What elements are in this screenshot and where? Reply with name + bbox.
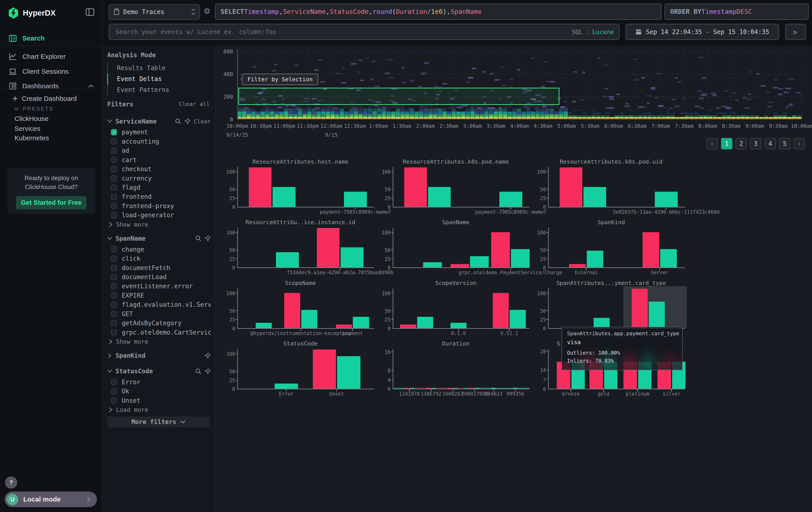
language-toggle[interactable]: SQL | Lucene [572, 28, 614, 35]
inlier-bar[interactable] [272, 187, 295, 207]
inlier-bar[interactable] [587, 251, 604, 268]
pin-icon[interactable] [184, 118, 191, 125]
inlier-bar[interactable] [491, 388, 496, 389]
inlier-bar[interactable] [470, 256, 489, 268]
analysis-mode-event-deltas[interactable]: Event Deltas [107, 74, 211, 85]
inlier-bar[interactable] [660, 249, 677, 267]
inlier-bar[interactable] [432, 388, 436, 389]
bar-group[interactable] [513, 388, 518, 389]
filter-checkbox-item[interactable]: click [107, 254, 211, 263]
filter-group-header-ServiceName[interactable]: ServiceNameClear [107, 115, 211, 128]
checkbox-unchecked[interactable] [111, 274, 117, 280]
page-button-5[interactable]: 5 [779, 138, 790, 150]
bar-group[interactable] [274, 383, 298, 389]
inlier-bar[interactable] [344, 192, 367, 207]
bar-group[interactable] [491, 232, 529, 267]
filter-checkbox-item[interactable]: grpc.oteldemo.CartServic… [107, 328, 211, 337]
checkbox-unchecked[interactable] [111, 147, 117, 154]
lucene-mode-option[interactable]: Lucene [592, 28, 614, 35]
filter-checkbox-item[interactable]: frontend-proxy [107, 201, 211, 211]
filter-group-header-SpanKind[interactable]: SpanKind [107, 350, 211, 362]
bar-group[interactable] [400, 317, 433, 328]
outlier-bar[interactable] [491, 232, 510, 267]
inlier-bar[interactable] [274, 383, 298, 389]
more-filters-button[interactable]: More filters [107, 416, 210, 427]
sidebar-item-clickhouse[interactable]: ClickHouse [0, 114, 102, 124]
outlier-bar[interactable] [470, 388, 474, 389]
bar-group[interactable] [404, 388, 415, 389]
page-button-2[interactable]: 2 [735, 138, 747, 150]
clear-all-button[interactable]: Clear all [179, 101, 210, 108]
inlier-bar[interactable] [410, 388, 414, 389]
search-icon[interactable] [175, 118, 181, 125]
filter-checkbox-item[interactable]: ad [107, 146, 211, 155]
outlier-bar[interactable] [632, 289, 648, 328]
outlier-bar[interactable] [426, 388, 431, 389]
analysis-mode-event-patterns[interactable]: Event Patterns [107, 85, 211, 96]
filter-checkbox-item[interactable]: accounting [107, 137, 211, 146]
inlier-bar[interactable] [513, 388, 518, 389]
show-more-link[interactable]: Show more [107, 337, 211, 346]
bar-group[interactable] [491, 388, 496, 389]
bar-group[interactable] [560, 167, 606, 207]
inlier-bar[interactable] [451, 323, 466, 328]
inlier-bar[interactable] [417, 317, 433, 328]
get-started-button[interactable]: Get Started for Free [16, 196, 86, 210]
filter-checkbox-item[interactable]: cart [107, 155, 211, 164]
checkbox-unchecked[interactable] [111, 166, 117, 172]
checkbox-unchecked[interactable] [111, 320, 117, 326]
outlier-bar[interactable] [404, 167, 427, 207]
inlier-bar[interactable] [353, 317, 369, 328]
sql-mode-option[interactable]: SQL [572, 28, 583, 35]
search-icon[interactable] [195, 235, 201, 242]
outlier-bar[interactable] [249, 167, 272, 207]
sidebar-collapse-icon[interactable] [86, 8, 94, 16]
sql-query-input[interactable]: SELECT Timestamp, ServiceName, StatusCod… [215, 4, 662, 20]
bar-group[interactable] [569, 251, 603, 268]
outlier-bar[interactable] [284, 293, 300, 328]
filter-checkbox-item[interactable]: Unset [107, 396, 211, 405]
sidebar-item-kubernetes[interactable]: Kubernetes [0, 133, 102, 143]
run-query-button[interactable]: ▷ [785, 24, 806, 40]
show-more-link[interactable]: Load more [107, 405, 211, 414]
filter-checkbox-item[interactable]: GET [107, 309, 211, 319]
bar-group[interactable] [404, 167, 451, 207]
page-button-4[interactable]: 4 [765, 138, 776, 150]
filter-checkbox-item[interactable]: eventListener.error [107, 281, 211, 291]
filter-checkbox-item[interactable]: currency [107, 173, 211, 183]
time-range-picker[interactable]: Sep 14 22:04:35 - Sep 15 10:04:35 [626, 24, 779, 40]
inlier-bar[interactable] [649, 302, 665, 328]
duration-heatmap[interactable]: 6004002000 10:00pm10:30pm11:00pm11:30pm1… [237, 49, 802, 142]
bar-group[interactable] [451, 323, 466, 328]
analysis-mode-results-table[interactable]: Results Table [107, 63, 211, 74]
outlier-bar[interactable] [400, 325, 416, 328]
inlier-bar[interactable] [276, 252, 299, 267]
inlier-bar[interactable] [428, 187, 451, 207]
inlier-bar[interactable] [499, 192, 522, 207]
order-by-input[interactable]: ORDER BY Timestamp DESC [665, 4, 809, 20]
bar-group[interactable] [256, 323, 272, 328]
pin-icon[interactable] [205, 353, 211, 359]
checkbox-unchecked[interactable] [111, 311, 117, 317]
bar-group[interactable] [643, 232, 677, 267]
checkbox-unchecked[interactable] [111, 246, 117, 252]
filter-checkbox-item[interactable]: documentFetch [107, 263, 211, 272]
filter-checkbox-item[interactable]: EXPIRE [107, 291, 211, 300]
filter-checkbox-item[interactable]: Ok [107, 387, 211, 396]
help-button[interactable]: ? [5, 477, 17, 489]
create-dashboard-button[interactable]: Create Dashboard [0, 93, 102, 104]
gear-icon[interactable]: ⚙ [204, 7, 210, 16]
bar-group[interactable] [470, 388, 480, 389]
checkbox-unchecked[interactable] [111, 302, 117, 308]
show-more-link[interactable]: Show more [107, 220, 211, 229]
outlier-bar[interactable] [448, 388, 453, 389]
outlier-bar[interactable] [560, 167, 583, 207]
inlier-bar[interactable] [453, 388, 458, 389]
inlier-bar[interactable] [583, 187, 606, 207]
filter-checkbox-item[interactable]: checkout [107, 164, 211, 173]
filter-group-header-SpanName[interactable]: SpanName [107, 232, 211, 245]
bar-group[interactable] [423, 262, 442, 268]
inlier-bar[interactable] [510, 310, 526, 328]
inlier-bar[interactable] [256, 323, 272, 328]
checkbox-unchecked[interactable] [111, 212, 117, 218]
